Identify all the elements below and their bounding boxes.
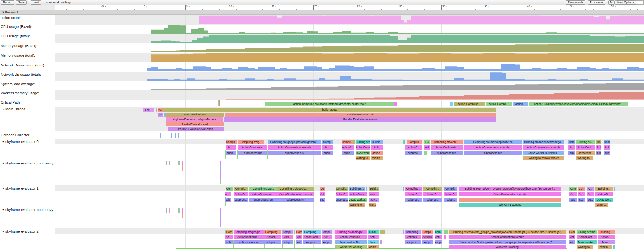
trace-block[interactable]: Co — [320, 187, 325, 191]
trace-block[interactable]: Acti... — [371, 145, 383, 150]
trace-block[interactable]: ActionC... — [598, 235, 615, 239]
trace-block[interactable] — [225, 187, 225, 191]
load-button[interactable]: Load — [31, 0, 41, 5]
trace-block[interactable]: subp... — [282, 240, 293, 244]
trace-block[interactable]: su... — [587, 198, 594, 202]
trace-block[interactable]: Co — [596, 140, 601, 144]
trace-block[interactable]: ActionC... — [444, 192, 457, 196]
trace-block[interactable]: Compil... — [444, 187, 457, 191]
trace-block[interactable]: Com — [569, 187, 577, 191]
trace-block[interactable]: ActionC... — [234, 192, 248, 196]
trace-block[interactable]: sub — [596, 151, 601, 155]
trace-block[interactable]: sub — [225, 240, 233, 244]
trace-block[interactable]: ParallelEvaluator.eval — [225, 113, 496, 117]
trace-block[interactable]: Building external/com_google_protobuf/ja… — [459, 187, 561, 191]
trace-block[interactable]: Compiling src/g... — [249, 187, 277, 191]
trace-block[interactable]: Act — [320, 192, 325, 196]
trace-block[interactable]: Waitin... — [598, 245, 612, 249]
trace-block[interactable]: ActionContinuati... — [249, 192, 277, 196]
trace-block[interactable]: sub — [604, 151, 610, 155]
trace-block[interactable]: Building src/main/jav... — [335, 230, 367, 234]
trace-block[interactable]: Acti... — [368, 235, 379, 239]
trace-block[interactable]: sub — [578, 198, 585, 202]
trace-block[interactable]: sub — [569, 240, 575, 244]
trace-block[interactable]: ActionC... — [423, 192, 442, 196]
trace-block[interactable]: Com — [296, 230, 302, 234]
trace-block[interactable]: ActionConti... — [349, 192, 367, 196]
trace-block[interactable]: C... — [587, 187, 594, 191]
trace-block[interactable]: Javac worker Building external/com_googl… — [449, 240, 566, 244]
trace-block[interactable]: Java... — [368, 240, 379, 244]
trace-block[interactable] — [459, 198, 561, 202]
trace-block[interactable]: runAnalysisPhase — [166, 113, 224, 117]
trace-block[interactable]: Javac wor... — [576, 151, 595, 155]
trace-block[interactable]: Acti... — [322, 145, 333, 150]
trace-block[interactable] — [380, 230, 385, 234]
trace-block[interactable]: ActionC... — [405, 145, 422, 150]
trace-block[interactable]: sub — [320, 198, 325, 202]
trace-block[interactable]: ActionContinuation.execute — [464, 145, 522, 150]
trace-block[interactable]: ActionContinuation.execute — [459, 192, 561, 196]
track-header-skyframe-evaluator-1[interactable]: ▼skyframe-evaluator 1 — [2, 186, 39, 190]
trace-block[interactable]: Compiling src/google/protobuf/generat... — [268, 140, 321, 144]
trace-block[interactable]: Compiling... — [405, 230, 421, 234]
trace-block[interactable]: action 'Compiling... — [454, 102, 485, 106]
trace-block[interactable]: ActionConti... — [356, 145, 370, 150]
trace-block[interactable] — [164, 113, 166, 117]
trace-block[interactable] — [444, 235, 446, 239]
m-button[interactable]: M — [608, 0, 615, 5]
trace-block[interactable]: Building src... — [356, 140, 370, 144]
trace-block[interactable]: Com — [604, 140, 610, 144]
trace-block[interactable]: Javac worker Building s... — [523, 151, 564, 155]
track-header-skyframe-evaluator-2[interactable]: ▼skyframe-evaluator 2 — [2, 229, 39, 233]
trace-block[interactable]: Acti... — [435, 235, 442, 239]
trace-block[interactable]: skyframeExecutor.configureTargets — [166, 117, 223, 122]
trace-block[interactable]: action 'Building src/main/java/com/googl… — [529, 102, 628, 106]
process-1-header[interactable]: ▼ Process 1 — [0, 10, 644, 15]
trace-block[interactable] — [403, 140, 405, 144]
trace-block[interactable] — [403, 187, 404, 191]
trace-block[interactable]: sub — [569, 198, 577, 202]
trace-block[interactable]: Buildi... — [368, 230, 379, 234]
collapse-triangle-icon[interactable]: ▼ — [2, 108, 4, 110]
trace-block[interactable]: subproc... — [234, 198, 248, 202]
trace-block[interactable]: Wai... — [369, 203, 376, 207]
trace-block[interactable] — [450, 102, 453, 106]
trace-block[interactable]: Waiting to... — [577, 245, 593, 249]
trace-block[interactable]: Acti... — [226, 145, 236, 150]
trace-block[interactable]: Building external/com_google_protobuf/ja… — [449, 230, 566, 234]
trace-block[interactable]: Com — [569, 230, 575, 234]
trace-block[interactable]: Building... — [595, 187, 613, 191]
trace-block[interactable]: sub — [225, 198, 231, 202]
trace-block[interactable] — [380, 240, 382, 244]
trace-block[interactable]: ActionConti... — [576, 145, 595, 150]
flow-events-button[interactable]: Flow events — [566, 0, 585, 5]
trace-block[interactable]: Waiting to... — [356, 156, 370, 160]
trace-block[interactable]: ActionC... — [342, 145, 354, 150]
trace-block[interactable]: Compiling src/core/... — [431, 140, 463, 144]
collapse-triangle-icon[interactable]: ▼ — [2, 162, 4, 164]
trace-block[interactable] — [156, 108, 157, 112]
trace-block[interactable]: Ac... — [569, 192, 577, 196]
trace-block[interactable]: Compi... — [282, 230, 293, 234]
trace-block[interactable]: ActionConti... — [303, 235, 321, 239]
trace-block[interactable]: subproc... — [423, 198, 442, 202]
trace-block[interactable]: Acti... — [369, 192, 379, 196]
trace-block[interactable]: subprocess.run — [234, 240, 264, 244]
trace-block[interactable]: subprocess.run — [464, 151, 522, 155]
collapse-triangle-icon[interactable]: ▼ — [2, 230, 4, 233]
trace-block[interactable]: ActionC... — [336, 192, 348, 196]
trace-block[interactable]: Build... — [369, 187, 379, 191]
trace-block[interactable]: Compil... — [226, 140, 237, 144]
trace-block[interactable]: Jav... — [369, 198, 379, 202]
trace-block[interactable]: Act — [296, 235, 302, 239]
trace-block[interactable]: Javac... — [371, 151, 383, 155]
trace-block[interactable]: subprocess.run — [277, 198, 314, 202]
trace-block[interactable]: Javac worker... — [349, 198, 367, 202]
trace-block[interactable] — [310, 187, 314, 191]
trace-block[interactable]: Parallel Evaluator evaluation — [168, 127, 224, 131]
trace-block[interactable]: Act — [569, 235, 575, 239]
trace-block[interactable]: ActionC... — [595, 192, 613, 196]
trace-block[interactable]: subprocess.run — [238, 151, 267, 155]
trace-block[interactable]: Par — [158, 113, 163, 117]
